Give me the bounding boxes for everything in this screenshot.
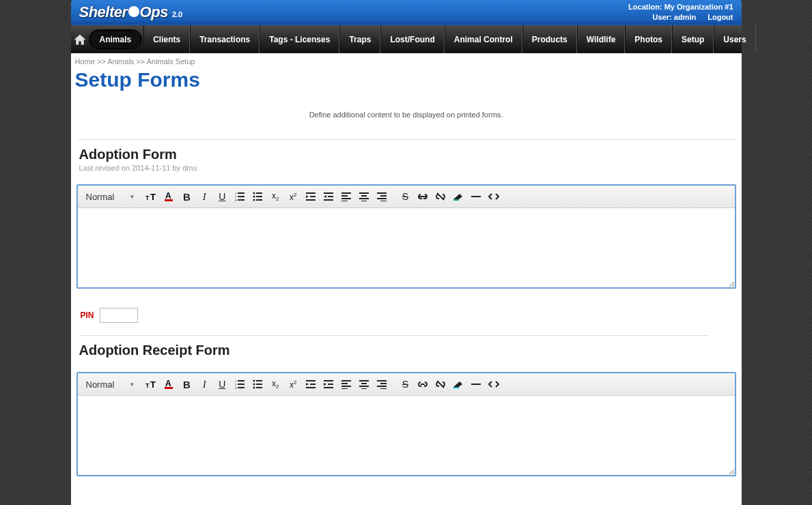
logo[interactable]: ShelterOps 2.0 [79,3,183,21]
format-select[interactable]: Normal▼ [83,190,138,203]
italic-icon[interactable]: I [196,189,212,204]
svg-rect-55 [310,384,316,385]
subscript-icon[interactable]: x2 [267,189,283,204]
remove-format-icon[interactable] [450,377,466,392]
nav-setup[interactable]: Setup [672,25,714,53]
unordered-list-icon[interactable] [249,377,266,392]
link-icon[interactable] [415,377,431,392]
content: Home >> Animals >> Animals Setup Setup F… [71,53,742,505]
nav-transactions[interactable]: Transactions [190,25,260,53]
svg-rect-53 [256,387,262,388]
nav-lost-found[interactable]: Lost/Found [380,25,444,53]
align-left-icon[interactable] [338,189,354,204]
main-nav: Animals Clients Transactions Tags - Lice… [71,25,742,53]
text-color-icon[interactable]: A [160,189,177,204]
svg-rect-29 [361,201,367,201]
indent-icon[interactable] [320,377,337,392]
code-view-icon[interactable] [486,189,502,204]
align-center-icon[interactable] [356,377,372,392]
code-view-icon[interactable] [486,377,502,392]
outdent-icon[interactable] [303,189,319,204]
indent-icon[interactable] [320,189,337,204]
nav-animals[interactable]: Animals [89,29,143,49]
ordered-list-icon[interactable]: 123 [232,189,248,204]
align-right-icon[interactable] [374,189,390,204]
logo-sphere-icon [128,6,139,17]
remove-format-icon[interactable] [450,189,466,204]
svg-text:3: 3 [235,199,237,201]
svg-rect-72 [421,384,425,385]
font-size-icon[interactable]: TT [143,377,159,392]
svg-rect-30 [377,192,387,194]
ordered-list-icon[interactable]: 123 [232,377,248,392]
editor-body-adoption-receipt[interactable] [78,396,735,475]
svg-rect-19 [324,192,333,194]
italic-icon[interactable]: I [196,377,212,392]
svg-text:T: T [145,382,150,389]
svg-rect-69 [380,383,387,384]
svg-rect-70 [377,386,387,387]
logo-text-suf: Ops [140,3,168,20]
bold-icon[interactable]: B [178,377,195,392]
svg-rect-41 [165,387,173,389]
breadcrumb-home[interactable]: Home [75,57,95,66]
subscript-icon[interactable]: x2 [267,377,283,392]
unlink-icon[interactable] [432,189,449,204]
text-color-icon[interactable]: A [160,377,177,392]
form-title-adoption-receipt: Adoption Receipt Form [71,336,742,360]
strikethrough-icon[interactable]: S [397,377,413,392]
align-center-icon[interactable] [356,189,372,204]
format-select[interactable]: Normal▼ [83,378,138,391]
underline-icon[interactable]: U [214,377,230,392]
strikethrough-icon[interactable]: S [397,189,413,204]
unlink-icon[interactable] [432,377,449,392]
editor-adoption: Normal▼ TT A B I U 123 x2 x2 S [76,184,736,289]
underline-icon[interactable]: U [214,189,230,204]
align-right-icon[interactable] [374,377,390,392]
page-description: Define additional content to be displaye… [71,97,742,139]
svg-rect-33 [380,201,387,201]
svg-rect-5 [238,192,244,194]
nav-clients[interactable]: Clients [143,25,190,53]
nav-tags-licenses[interactable]: Tags - Licenses [260,25,339,53]
unordered-list-icon[interactable] [249,189,266,204]
svg-rect-49 [256,380,262,381]
breadcrumb-animals[interactable]: Animals [107,57,134,66]
svg-rect-62 [341,386,351,387]
svg-rect-25 [341,201,348,201]
location-label: Location: My Organization #1 [628,2,733,12]
nav-wildlife[interactable]: Wildlife [577,25,626,53]
form-revised-adoption: Last revised on 2014-11-11 by dmu [71,164,742,184]
horizontal-rule-icon[interactable] [468,377,484,392]
outdent-icon[interactable] [303,377,319,392]
user-link[interactable]: User: admin [653,13,697,21]
nav-users[interactable]: Users [714,25,755,53]
svg-rect-24 [341,198,351,199]
bold-icon[interactable]: B [178,189,195,204]
svg-rect-31 [380,195,387,197]
nav-traps[interactable]: Traps [339,25,380,53]
svg-rect-18 [306,199,316,201]
font-size-icon[interactable]: TT [143,189,159,204]
link-icon[interactable] [415,189,431,204]
nav-animal-control[interactable]: Animal Control [445,25,522,53]
editor-body-adoption[interactable] [78,208,735,287]
svg-rect-58 [328,384,333,385]
svg-rect-16 [306,192,316,194]
logout-link[interactable]: Logout [708,13,733,21]
breadcrumb-animals-setup[interactable]: Animals Setup [147,57,195,66]
superscript-icon[interactable]: x2 [285,377,301,392]
svg-rect-9 [238,199,244,201]
nav-photos[interactable]: Photos [625,25,672,53]
svg-point-12 [253,196,255,198]
pin-input[interactable] [100,308,138,323]
svg-rect-64 [359,380,369,381]
nav-products[interactable]: Products [522,25,577,53]
superscript-icon[interactable]: x2 [285,189,301,204]
home-icon[interactable] [72,25,87,53]
page-title: Setup Forms [71,67,742,97]
svg-text:T: T [150,379,156,389]
align-left-icon[interactable] [338,377,354,392]
horizontal-rule-icon[interactable] [468,189,484,204]
chevron-down-icon: ▼ [129,194,135,200]
